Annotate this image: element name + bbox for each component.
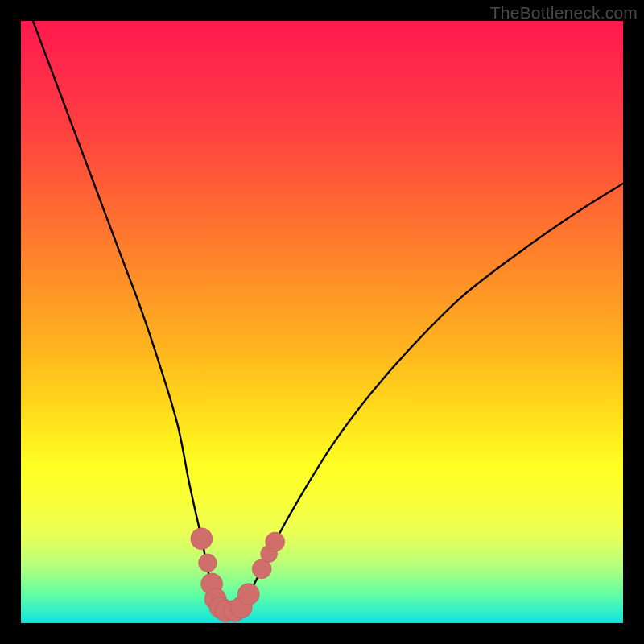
marker-group bbox=[191, 528, 285, 622]
curve-marker bbox=[191, 528, 213, 550]
watermark-text: TheBottleneck.com bbox=[490, 3, 638, 23]
curve-marker bbox=[266, 532, 285, 551]
bottleneck-curve bbox=[33, 21, 623, 612]
curve-marker bbox=[199, 554, 217, 572]
plot-area bbox=[21, 21, 623, 623]
chart-frame: TheBottleneck.com bbox=[0, 0, 644, 644]
curve-marker bbox=[237, 584, 259, 605]
curve-svg bbox=[21, 21, 623, 623]
